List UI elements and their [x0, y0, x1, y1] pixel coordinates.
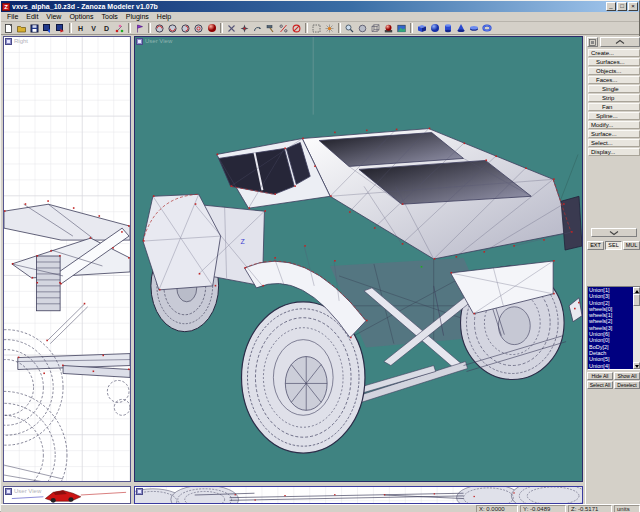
cmd-objects[interactable]: Objects... — [588, 67, 640, 75]
v-toggle-button[interactable]: V — [87, 22, 100, 34]
d-toggle-button[interactable]: D — [100, 22, 113, 34]
zoom-icon[interactable] — [343, 22, 356, 34]
collapse-down-button[interactable] — [591, 228, 637, 237]
primitive-sphere-icon[interactable] — [428, 22, 441, 34]
percent-tool-icon[interactable] — [277, 22, 290, 34]
flag-icon[interactable] — [133, 22, 146, 34]
cmd-strip[interactable]: Strip — [588, 94, 640, 102]
primitive-torus-icon[interactable] — [480, 22, 493, 34]
cmd-fan[interactable]: Fan — [588, 103, 640, 111]
sel-mode-button[interactable]: SEL — [605, 241, 622, 250]
primitive-disc-icon[interactable] — [467, 22, 480, 34]
rotate-view-icon-4[interactable] — [192, 22, 205, 34]
app-icon: Z — [2, 3, 10, 11]
toolbar-separator — [410, 23, 413, 33]
primitive-cube-icon[interactable] — [415, 22, 428, 34]
menu-help[interactable]: Help — [153, 12, 175, 21]
title-bar: Z vxvs_alpha_10.z3d - Zanoza Modeler v1.… — [1, 1, 639, 12]
minimize-button[interactable]: _ — [606, 2, 616, 11]
menu-view[interactable]: View — [42, 12, 65, 21]
cmd-display[interactable]: Display... — [588, 148, 640, 156]
objects-list[interactable]: Union[1] Union[3] Union[2] wheels[0] whe… — [587, 286, 640, 370]
restore-button[interactable]: □ — [617, 2, 627, 11]
menu-edit[interactable]: Edit — [22, 12, 42, 21]
menu-plugins[interactable]: Plugins — [122, 12, 153, 21]
primitive-cone-icon[interactable] — [454, 22, 467, 34]
toolbar-separator — [148, 23, 151, 33]
primitive-cylinder-icon[interactable] — [441, 22, 454, 34]
viewport-mini-user[interactable]: User View — [3, 486, 131, 504]
status-bar: X: 0.0000 Y: -0.0489 Z: -0.5171 units — [1, 504, 640, 512]
cmd-surface[interactable]: Surface... — [588, 130, 640, 138]
menu-options[interactable]: Options — [65, 12, 97, 21]
star-tool-icon[interactable] — [238, 22, 251, 34]
grey-sphere-icon[interactable] — [356, 22, 369, 34]
toolbar-separator — [128, 23, 131, 33]
rotate-view-icon-3[interactable] — [179, 22, 192, 34]
cmd-single[interactable]: Single — [588, 85, 640, 93]
rotate-view-icon-2[interactable] — [166, 22, 179, 34]
cmd-modify[interactable]: Modify... — [588, 121, 640, 129]
menu-tools[interactable]: Tools — [98, 12, 122, 21]
rotate-view-icon-1[interactable] — [153, 22, 166, 34]
menu-file[interactable]: File — [3, 12, 22, 21]
panel-options-button[interactable] — [587, 37, 598, 47]
right-view-wireframe — [4, 37, 130, 481]
hammer-tool-icon[interactable] — [264, 22, 277, 34]
cmd-faces[interactable]: Faces... — [588, 76, 640, 84]
viewport-right[interactable]: Right — [3, 36, 131, 482]
axis-colors-icon[interactable] — [113, 22, 126, 34]
viewport-label: User View — [136, 38, 172, 45]
mul-mode-button[interactable]: MUL — [623, 241, 640, 250]
toolbar-separator — [220, 23, 223, 33]
deselect-button[interactable]: Deselect — [614, 381, 640, 389]
show-all-button[interactable]: Show All — [614, 372, 640, 380]
z-axis-label: Z — [241, 238, 246, 245]
cmd-spline[interactable]: Spline... — [588, 112, 640, 120]
cross-tool-icon[interactable] — [225, 22, 238, 34]
open-file-icon[interactable] — [15, 22, 28, 34]
undo-arrow-icon[interactable] — [251, 22, 264, 34]
select-all-button[interactable]: Select All — [587, 381, 613, 389]
viewport-user[interactable]: Z User View — [134, 36, 583, 482]
toolbar-separator — [338, 23, 341, 33]
mode-bar: EXT SEL MUL — [587, 241, 640, 250]
save-file-icon[interactable] — [28, 22, 41, 34]
viewport-icon[interactable] — [5, 38, 12, 45]
viewport-icon[interactable] — [136, 488, 143, 495]
scroll-thumb[interactable] — [633, 294, 640, 306]
status-y-coordinate: Y: -0.0489 — [520, 505, 566, 512]
cube-wire-icon[interactable] — [369, 22, 382, 34]
viewport-icon[interactable] — [136, 38, 143, 45]
new-file-icon[interactable] — [2, 22, 15, 34]
scroll-track[interactable] — [633, 306, 640, 362]
list-item[interactable]: Union[4] — [588, 363, 633, 369]
render-sphere-icon[interactable] — [205, 22, 218, 34]
texture-icon[interactable] — [395, 22, 408, 34]
disable-tool-icon[interactable] — [290, 22, 303, 34]
zmodeler-window: Z vxvs_alpha_10.z3d - Zanoza Modeler v1.… — [0, 0, 640, 512]
collapse-up-button[interactable] — [600, 37, 640, 47]
toolbar-separator — [69, 23, 72, 33]
strip-wireframe — [135, 487, 582, 503]
status-x-coordinate: X: 0.0000 — [476, 505, 518, 512]
import-icon[interactable] — [41, 22, 54, 34]
scroll-down-icon[interactable] — [633, 362, 640, 369]
export-icon[interactable] — [54, 22, 67, 34]
status-z-coordinate: Z: -0.5171 — [568, 505, 612, 512]
viewport-bottom-strip[interactable] — [134, 486, 583, 504]
close-button[interactable]: × — [628, 2, 638, 11]
cmd-create[interactable]: Create... — [588, 49, 640, 57]
status-message-area — [2, 505, 474, 512]
list-scrollbar[interactable] — [633, 287, 640, 369]
scroll-up-icon[interactable] — [633, 287, 640, 294]
hide-all-button[interactable]: Hide All — [587, 372, 613, 380]
viewport-icon[interactable] — [5, 488, 12, 495]
sun-icon[interactable] — [323, 22, 336, 34]
ext-mode-button[interactable]: EXT — [587, 241, 604, 250]
cmd-surfaces[interactable]: Surfaces... — [588, 58, 640, 66]
h-toggle-button[interactable]: H — [74, 22, 87, 34]
material-ball-icon[interactable] — [382, 22, 395, 34]
select-rect-icon[interactable] — [310, 22, 323, 34]
cmd-select[interactable]: Select... — [588, 139, 640, 147]
